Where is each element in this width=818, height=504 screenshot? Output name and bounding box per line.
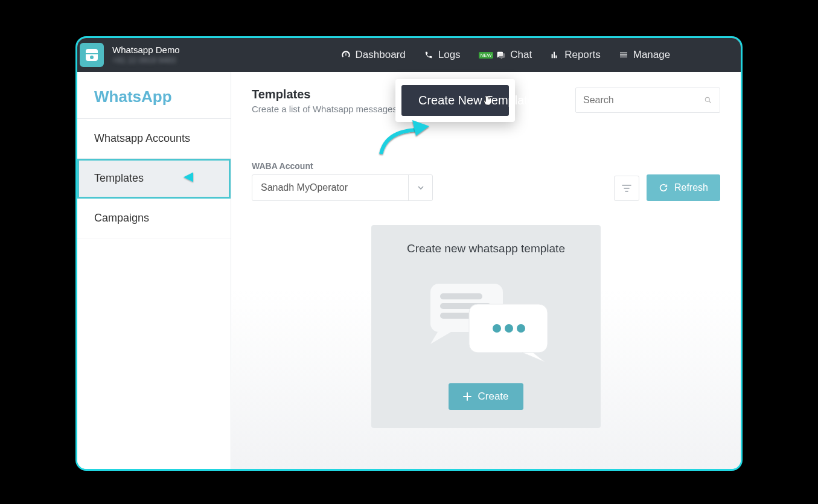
filter-button[interactable] [614,176,639,201]
sidebar: WhatsApp Whatsapp Accounts Templates Cam… [77,72,231,469]
hamburger-icon [619,50,628,60]
create-template-popover: Create New Template [395,79,515,122]
bar-chart-icon [550,50,560,60]
create-new-template-button[interactable]: Create New Template [401,85,509,116]
svg-point-12 [517,324,525,333]
nav-dashboard[interactable]: Dashboard [341,49,406,61]
phone-logo-icon [85,48,99,62]
dashboard-icon [341,50,351,60]
svg-line-3 [709,101,711,103]
nav-logs-label: Logs [438,49,461,61]
page-subtitle: Create a list of Whatsapp messages [252,104,397,114]
empty-state-title: Create new whatsapp template [386,242,586,255]
plus-icon [463,392,471,401]
brand-title: Whatsapp Demo [112,45,180,56]
sidebar-item-accounts[interactable]: Whatsapp Accounts [77,119,231,159]
create-button-label: Create New Template [418,94,534,107]
controls-row: WABA Account Sanadh MyOperator [252,161,720,201]
waba-account-value: Sanadh MyOperator [252,175,408,200]
sidebar-item-label: Templates [94,172,144,184]
svg-point-11 [505,324,513,333]
svg-point-10 [493,324,501,333]
brand-text: Whatsapp Demo +91 22 0919 9483 [112,45,180,65]
sidebar-title: WhatsApp [77,72,231,119]
brand-phone: +91 22 0919 9483 [112,56,180,65]
nav-chat-label: Chat [510,49,532,61]
arrow-callout-icon [374,119,434,164]
chevron-down-icon [408,175,432,200]
nav-logs[interactable]: Logs [424,49,461,61]
waba-account-select[interactable]: Sanadh MyOperator [252,174,433,201]
sidebar-item-templates[interactable]: Templates [77,159,231,199]
create-label: Create [478,391,508,403]
refresh-label: Refresh [674,182,708,193]
page-title: Templates [252,88,397,101]
refresh-button[interactable]: Refresh [647,174,720,201]
page-titles: Templates Create a list of Whatsapp mess… [252,88,397,114]
phone-icon [424,50,433,60]
search-icon [704,95,712,105]
refresh-icon [659,183,668,193]
arrow-annotation-icon [182,168,214,188]
svg-marker-4 [412,120,429,136]
nav-manage-label: Manage [633,49,670,61]
create-button[interactable]: Create [449,383,523,410]
sidebar-item-label: Whatsapp Accounts [94,132,190,144]
svg-marker-1 [184,172,193,182]
waba-account-group: WABA Account Sanadh MyOperator [252,161,433,201]
body: WhatsApp Whatsapp Accounts Templates Cam… [77,72,741,469]
svg-point-2 [705,97,709,101]
search-input[interactable] [583,95,704,106]
svg-rect-6 [440,293,482,299]
search-box[interactable] [575,88,720,113]
nav-reports-label: Reports [564,49,601,61]
nav-links: Dashboard Logs NEW Chat Reports [244,49,671,61]
sidebar-item-campaigns[interactable]: Campaigns [77,199,231,238]
chat-illustration-icon [386,270,586,366]
nav-dashboard-label: Dashboard [356,49,406,61]
new-badge-icon: NEW [479,52,494,59]
nav-manage[interactable]: Manage [619,49,670,61]
filter-icon [622,183,631,193]
nav-reports[interactable]: Reports [550,49,601,61]
sidebar-item-label: Campaigns [94,212,149,224]
nav-chat[interactable]: NEW Chat [479,49,532,61]
brand-logo [80,43,104,67]
main-content: Templates Create a list of Whatsapp mess… [231,72,741,469]
cursor-hand-icon [484,95,492,106]
empty-state-card: Create new whatsapp template [371,225,601,428]
topbar: Whatsapp Demo +91 22 0919 9483 Dashboard… [77,38,741,72]
chat-icon [496,50,505,60]
app-window: Whatsapp Demo +91 22 0919 9483 Dashboard… [75,36,743,471]
